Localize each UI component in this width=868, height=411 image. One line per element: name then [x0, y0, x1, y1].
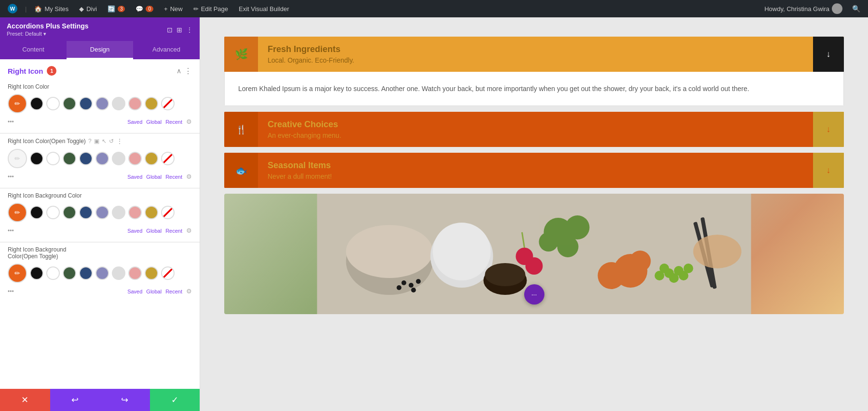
color-pink-2[interactable] [128, 152, 142, 165]
saved-link-1[interactable]: Saved [127, 119, 142, 125]
user-item[interactable]: Howdy, Christina Gwira [761, 0, 845, 17]
color-white-1[interactable] [46, 97, 60, 110]
gear-icon-2[interactable]: ⚙ [186, 173, 192, 180]
my-sites-item[interactable]: 🏠 My Sites [31, 0, 71, 17]
gear-icon-1[interactable]: ⚙ [186, 118, 192, 125]
accordion-creative-arrow[interactable]: ↓ [813, 112, 844, 147]
color-none-4[interactable] [161, 266, 175, 280]
cursor-icon[interactable]: ↖ [102, 138, 107, 145]
undo-button[interactable]: ↩ [50, 389, 100, 411]
undo-icon[interactable]: ↺ [109, 138, 114, 145]
recent-link-2[interactable]: Recent [165, 174, 182, 180]
grid-icon[interactable]: ⊞ [176, 26, 182, 34]
color-gold-2[interactable] [145, 152, 158, 165]
save-button[interactable]: ✓ [150, 389, 200, 411]
minimize-icon[interactable]: ⊡ [167, 26, 173, 34]
global-link-2[interactable]: Global [146, 174, 162, 180]
active-color-swatch-1[interactable]: ✏ [8, 94, 27, 113]
saved-link-3[interactable]: Saved [127, 228, 142, 234]
page-content: 🌿 Fresh Ingredients Local. Organic. Eco-… [200, 17, 868, 411]
kebab-icon[interactable]: ⋮ [186, 26, 193, 34]
accordion-fresh-arrow[interactable]: ↓ [813, 37, 844, 72]
accordion-seasonal-subtitle: Never a dull moment! [268, 172, 803, 180]
preset-row[interactable]: Preset: Default ▾ [7, 31, 89, 37]
color-lightgray-1[interactable] [112, 97, 125, 110]
color-green-2[interactable] [63, 152, 76, 165]
recent-link-3[interactable]: Recent [165, 228, 182, 234]
color-lavender-4[interactable] [95, 266, 109, 280]
section-more-icon[interactable]: ⋮ [184, 66, 192, 76]
color-lavender-1[interactable] [95, 97, 109, 110]
edit-page-item[interactable]: ✏ Edit Page [190, 0, 231, 17]
saved-link-2[interactable]: Saved [127, 174, 142, 180]
accordion-fresh-header[interactable]: 🌿 Fresh Ingredients Local. Organic. Eco-… [224, 37, 844, 72]
color-green-4[interactable] [63, 266, 76, 280]
color-white-2[interactable] [46, 152, 60, 165]
color-lightgray-2[interactable] [112, 152, 125, 165]
tab-advanced[interactable]: Advanced [133, 41, 200, 59]
device-icon[interactable]: ▣ [94, 138, 99, 145]
color-black-4[interactable] [30, 266, 43, 280]
color-none-3[interactable] [161, 206, 175, 219]
updates-item[interactable]: 🔄 3 [105, 0, 128, 17]
color-lavender-2[interactable] [95, 152, 109, 165]
new-item[interactable]: + New [161, 0, 186, 17]
saved-link-4[interactable]: Saved [127, 289, 142, 294]
accordion-fresh-body: Lorem Khaled Ipsum is a major key to suc… [224, 72, 844, 106]
help-icon[interactable]: ? [88, 138, 92, 145]
color-none-2[interactable] [161, 152, 175, 165]
right-icon-color-open-field: Right Icon Color(Open Toggle) ? ▣ ↖ ↺ ⋮ … [0, 134, 200, 187]
more-dots-icon[interactable]: ⋮ [116, 137, 123, 145]
float-button[interactable]: ··· [524, 284, 544, 305]
color-navy-2[interactable] [79, 152, 93, 165]
color-pink-1[interactable] [128, 97, 142, 110]
dots-icon-3[interactable]: ••• [8, 227, 14, 234]
gear-icon-4[interactable]: ⚙ [186, 288, 192, 295]
color-gold-3[interactable] [145, 206, 158, 219]
exit-builder-item[interactable]: Exit Visual Builder [236, 0, 292, 17]
recent-link-1[interactable]: Recent [165, 119, 182, 125]
accordion-seasonal-header[interactable]: 🐟 Seasonal Items Never a dull moment! ↓ [224, 153, 844, 188]
global-link-1[interactable]: Global [146, 119, 162, 125]
collapse-icon[interactable]: ∧ [176, 67, 181, 75]
gear-icon-3[interactable]: ⚙ [186, 227, 192, 234]
accordion-creative-header[interactable]: 🍴 Creative Choices An ever-changing menu… [224, 112, 844, 147]
search-item[interactable]: 🔍 [849, 0, 863, 17]
color-green-1[interactable] [63, 97, 76, 110]
recent-link-4[interactable]: Recent [165, 289, 182, 294]
color-navy-3[interactable] [79, 206, 93, 219]
tab-design[interactable]: Design [67, 41, 133, 59]
global-link-4[interactable]: Global [146, 289, 162, 294]
color-lavender-3[interactable] [95, 206, 109, 219]
color-black-2[interactable] [30, 152, 43, 165]
color-black-1[interactable] [30, 97, 43, 110]
color-lightgray-3[interactable] [112, 206, 125, 219]
wp-logo-item[interactable]: W [5, 0, 20, 17]
color-black-3[interactable] [30, 206, 43, 219]
tab-content[interactable]: Content [0, 41, 67, 59]
color-pink-3[interactable] [128, 206, 142, 219]
dots-icon-4[interactable]: ••• [8, 288, 14, 295]
active-color-swatch-3[interactable]: ✏ [8, 203, 27, 222]
color-pink-4[interactable] [128, 266, 142, 280]
color-gold-4[interactable] [145, 266, 158, 280]
comments-item[interactable]: 💬 0 [133, 0, 156, 17]
color-gold-1[interactable] [145, 97, 158, 110]
cancel-button[interactable]: ✕ [0, 389, 50, 411]
active-color-swatch-4[interactable]: ✏ [8, 264, 27, 283]
active-color-swatch-2[interactable]: ✏ [8, 149, 27, 168]
color-green-3[interactable] [63, 206, 76, 219]
color-navy-4[interactable] [79, 266, 93, 280]
color-lightgray-4[interactable] [112, 266, 125, 280]
color-white-4[interactable] [46, 266, 60, 280]
global-link-3[interactable]: Global [146, 228, 162, 234]
dots-icon-1[interactable]: ••• [8, 119, 14, 125]
redo-button[interactable]: ↪ [100, 389, 150, 411]
dots-icon-2[interactable]: ••• [8, 173, 14, 180]
divi-item[interactable]: ◆ Divi [76, 0, 100, 17]
color-none-1[interactable] [161, 97, 175, 110]
right-icon-section-header: Right Icon 1 ∧ ⋮ [0, 59, 200, 80]
color-white-3[interactable] [46, 206, 60, 219]
color-navy-1[interactable] [79, 97, 93, 110]
accordion-seasonal-arrow[interactable]: ↓ [813, 153, 844, 188]
